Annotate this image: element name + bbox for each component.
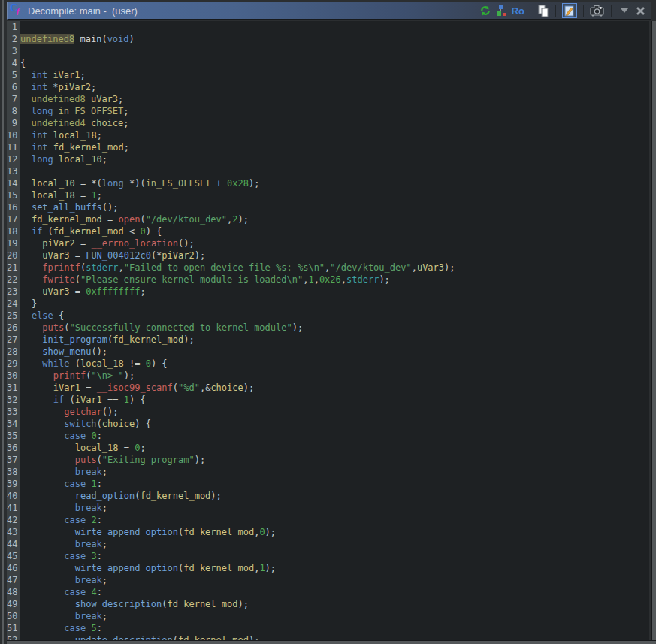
code-line[interactable]: 33 getchar(); xyxy=(7,406,649,418)
code-line[interactable]: 48 case 4: xyxy=(7,586,649,598)
code-text[interactable]: show_description(fd_kernel_mod); xyxy=(20,598,248,610)
code-line[interactable]: 30 printf("\n> "); xyxy=(7,370,649,382)
code-line[interactable]: 21 fprintf(stderr,"Failed to open device… xyxy=(7,262,649,274)
code-line[interactable]: 49 show_description(fd_kernel_mod); xyxy=(7,598,649,610)
code-text[interactable]: piVar2 = __errno_location(); xyxy=(20,237,194,249)
code-text[interactable]: undefined4 choice; xyxy=(20,117,129,129)
code-line[interactable]: 14 local_10 = *(long *)(in_FS_OFFSET + 0… xyxy=(7,177,649,189)
code-line[interactable]: 4{ xyxy=(7,57,649,69)
code-line[interactable]: 31 iVar1 = __isoc99_scanf("%d",&choice); xyxy=(7,382,649,394)
code-line[interactable]: 3 xyxy=(7,45,649,57)
code-line[interactable]: 6 int *piVar2; xyxy=(7,81,649,93)
code-text[interactable]: getchar(); xyxy=(20,406,118,418)
code-line[interactable]: 8 long in_FS_OFFSET; xyxy=(7,105,649,117)
code-text[interactable]: break; xyxy=(20,466,107,478)
code-line[interactable]: 1 xyxy=(7,21,649,33)
refresh-icon[interactable] xyxy=(479,5,491,17)
code-line[interactable]: 24 } xyxy=(7,298,649,310)
code-line[interactable]: 50 break; xyxy=(7,610,649,622)
function-graph-icon[interactable] xyxy=(496,5,507,17)
code-text[interactable]: long in_FS_OFFSET; xyxy=(20,105,129,117)
code-text[interactable]: case 2: xyxy=(20,514,101,526)
code-text[interactable]: while (local_18 != 0) { xyxy=(20,358,167,370)
code-text[interactable]: fprintf(stderr,"Failed to open device fi… xyxy=(20,262,455,274)
code-line[interactable]: 35 case 0: xyxy=(7,430,649,442)
code-line[interactable]: 37 puts("Exiting program"); xyxy=(7,454,649,466)
code-text[interactable]: undefined8 uVar3; xyxy=(20,93,123,105)
code-line[interactable]: 20 uVar3 = FUN_004012c0(*piVar2); xyxy=(7,249,649,262)
ro-label[interactable]: Ro xyxy=(512,5,524,17)
edit-icon[interactable] xyxy=(562,3,577,18)
code-line[interactable]: 32 if (iVar1 == 1) { xyxy=(7,394,649,406)
snapshot-camera-icon[interactable] xyxy=(590,5,605,17)
code-line[interactable]: 26 puts("Successfully connected to kerne… xyxy=(7,322,649,334)
copy-icon[interactable] xyxy=(537,5,549,17)
code-text[interactable]: puts("Successfully connected to kernel m… xyxy=(20,322,303,334)
code-text[interactable]: if (iVar1 == 1) { xyxy=(20,394,145,406)
code-text[interactable]: int *piVar2; xyxy=(20,81,96,93)
code-line[interactable]: 13 xyxy=(7,165,649,177)
code-line[interactable]: 52 update_description(fd_kernel_mod); xyxy=(7,634,649,640)
code-line[interactable]: 9 undefined4 choice; xyxy=(7,117,649,129)
code-text[interactable]: local_10 = *(long *)(in_FS_OFFSET + 0x28… xyxy=(20,177,259,189)
code-text[interactable]: undefined8 main(void) xyxy=(20,33,135,45)
code-line[interactable]: 12 long local_10; xyxy=(7,153,649,165)
code-text[interactable]: init_program(fd_kernel_mod); xyxy=(20,334,194,346)
code-line[interactable]: 34 switch(choice) { xyxy=(7,418,649,430)
code-text[interactable]: break; xyxy=(20,610,107,622)
code-text[interactable]: case 5: xyxy=(20,622,101,634)
code-text[interactable]: iVar1 = __isoc99_scanf("%d",&choice); xyxy=(20,382,254,394)
code-text[interactable]: printf("\n> "); xyxy=(20,370,135,382)
code-line[interactable]: 16 set_all_buffs(); xyxy=(7,201,649,213)
code-text[interactable]: wirte_append_option(fd_kernel_mod,1); xyxy=(20,562,276,574)
code-text[interactable]: break; xyxy=(20,502,107,514)
code-text[interactable]: case 1: xyxy=(20,478,101,490)
code-text[interactable]: show_menu(); xyxy=(20,346,107,358)
dropdown-icon[interactable] xyxy=(618,8,631,13)
code-line[interactable]: 17 fd_kernel_mod = open("/dev/ktou_dev",… xyxy=(7,213,649,225)
window-border-right[interactable] xyxy=(651,21,656,644)
code-text[interactable]: } xyxy=(20,298,37,310)
code-line[interactable]: 36 local_18 = 0; xyxy=(7,442,649,454)
code-text[interactable]: break; xyxy=(20,574,107,586)
code-line[interactable]: 43 wirte_append_option(fd_kernel_mod,0); xyxy=(7,526,649,538)
code-text[interactable]: case 0: xyxy=(20,430,101,442)
window-border-bottom[interactable] xyxy=(7,640,656,644)
code-line[interactable]: 40 read_option(fd_kernel_mod); xyxy=(7,490,649,502)
code-line[interactable]: 46 wirte_append_option(fd_kernel_mod,1); xyxy=(7,562,649,574)
window-border-left[interactable] xyxy=(2,0,4,644)
code-text[interactable]: int fd_kernel_mod; xyxy=(20,141,129,153)
code-line[interactable]: 45 case 3: xyxy=(7,550,649,562)
code-line[interactable]: 2undefined8 main(void) xyxy=(7,33,649,45)
code-text[interactable]: update_description(fd_kernel_mod); xyxy=(20,634,259,640)
code-line[interactable]: 19 piVar2 = __errno_location(); xyxy=(7,237,649,249)
code-text[interactable]: int iVar1; xyxy=(20,69,86,81)
code-text[interactable]: long local_10; xyxy=(20,153,107,165)
code-line[interactable]: 11 int fd_kernel_mod; xyxy=(7,141,649,153)
code-line[interactable]: 29 while (local_18 != 0) { xyxy=(7,358,649,370)
code-text[interactable]: uVar3 = 0xffffffff; xyxy=(20,286,145,298)
code-text[interactable]: { xyxy=(20,57,26,69)
code-line[interactable]: 7 undefined8 uVar3; xyxy=(7,93,649,105)
code-line[interactable]: 41 break; xyxy=(7,502,649,514)
code-text[interactable]: set_all_buffs(); xyxy=(20,201,118,213)
code-line[interactable]: 47 break; xyxy=(7,574,649,586)
code-text[interactable]: puts("Exiting program"); xyxy=(20,454,205,466)
code-text[interactable]: read_option(fd_kernel_mod); xyxy=(20,490,221,502)
code-text[interactable]: case 4: xyxy=(20,586,101,598)
code-text[interactable]: local_18 = 0; xyxy=(20,442,145,454)
code-line[interactable]: 10 int local_18; xyxy=(7,129,649,141)
code-line[interactable]: 25 else { xyxy=(7,310,649,322)
code-line[interactable]: 42 case 2: xyxy=(7,514,649,526)
code-line[interactable]: 27 init_program(fd_kernel_mod); xyxy=(7,334,649,346)
code-text[interactable]: uVar3 = FUN_004012c0(*piVar2); xyxy=(20,249,205,262)
code-text[interactable]: local_18 = 1; xyxy=(20,189,101,201)
code-text[interactable]: if (fd_kernel_mod < 0) { xyxy=(20,225,162,237)
code-line[interactable]: 38 break; xyxy=(7,466,649,478)
code-text[interactable]: int local_18; xyxy=(20,129,101,141)
code-text[interactable]: fd_kernel_mod = open("/dev/ktou_dev",2); xyxy=(20,213,249,225)
code-line[interactable]: 28 show_menu(); xyxy=(7,346,649,358)
code-line[interactable]: 51 case 5: xyxy=(7,622,649,634)
code-line[interactable]: 22 fwrite("Please ensure kernel module i… xyxy=(7,274,649,286)
code-line[interactable]: 23 uVar3 = 0xffffffff; xyxy=(7,286,649,298)
